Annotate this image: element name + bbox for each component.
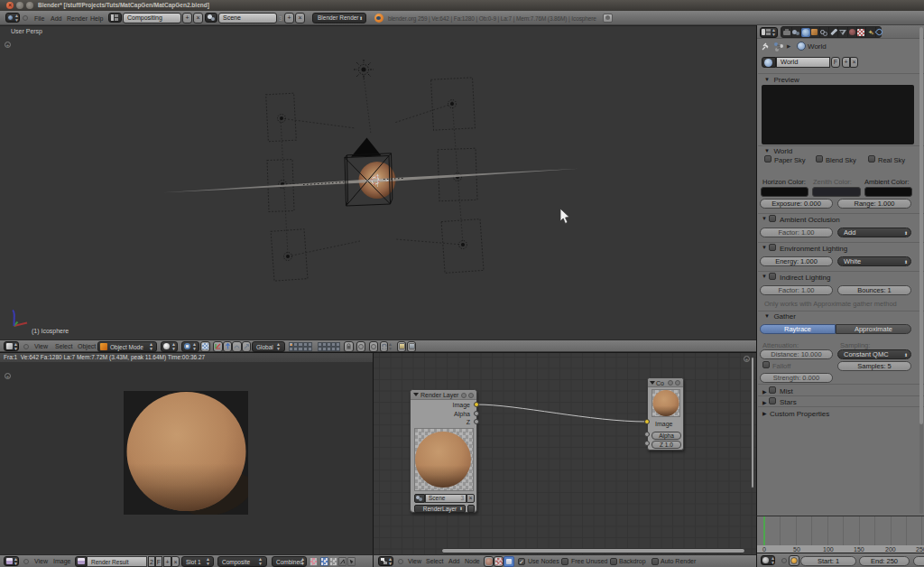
svg-text:50: 50 [793,546,800,553]
svg-text:150: 150 [854,546,864,553]
svg-text:100: 100 [823,546,834,553]
svg-text:250: 250 [916,546,924,553]
svg-text:0: 0 [762,546,766,553]
svg-text:200: 200 [885,546,896,553]
